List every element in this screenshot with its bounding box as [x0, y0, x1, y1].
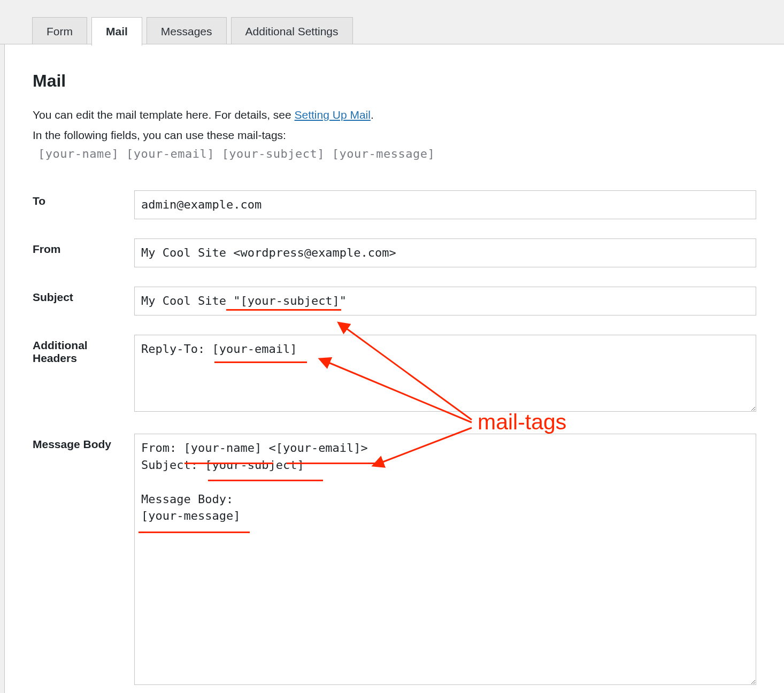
- intro-text: You can edit the mail template here. For…: [33, 109, 295, 121]
- tabs: Form Mail Messages Additional Settings: [0, 0, 784, 46]
- tab-messages[interactable]: Messages: [147, 17, 227, 46]
- mail-form: To From Subject Additional Headers Messa…: [33, 186, 756, 693]
- additional-headers-input[interactable]: [134, 335, 756, 412]
- message-body-input[interactable]: [134, 434, 756, 685]
- from-label: From: [33, 234, 134, 282]
- tab-form[interactable]: Form: [32, 17, 87, 46]
- setting-up-mail-link[interactable]: Setting Up Mail: [295, 109, 371, 121]
- mail-tags-list: [your-name] [your-email] [your-subject] …: [33, 147, 756, 160]
- from-input[interactable]: [134, 238, 756, 267]
- intro-line-1: You can edit the mail template here. For…: [33, 106, 756, 124]
- intro-line-2: In the following fields, you can use the…: [33, 126, 756, 144]
- to-label: To: [33, 186, 134, 234]
- additional-headers-label: Additional Headers: [33, 330, 134, 429]
- message-body-label: Message Body: [33, 429, 134, 693]
- section-title: Mail: [33, 71, 756, 91]
- tab-additional-settings[interactable]: Additional Settings: [231, 17, 353, 46]
- subject-input[interactable]: [134, 287, 756, 315]
- mail-panel: Mail You can edit the mail template here…: [4, 44, 784, 693]
- tab-mail[interactable]: Mail: [91, 17, 142, 46]
- subject-label: Subject: [33, 282, 134, 330]
- to-input[interactable]: [134, 190, 756, 219]
- intro-text-suffix: .: [371, 109, 374, 121]
